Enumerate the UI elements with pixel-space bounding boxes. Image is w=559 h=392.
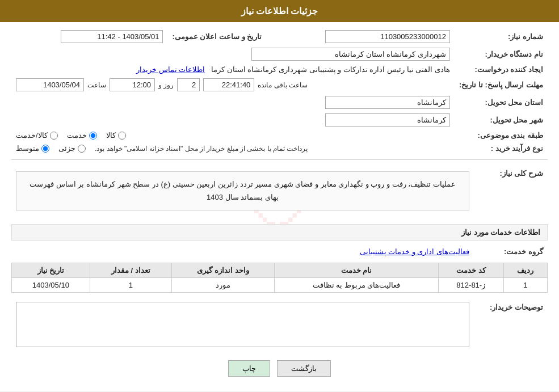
cell-vahed: مورد [171, 277, 275, 292]
cell-kod: ز-81-812 [438, 277, 503, 292]
saat-label: ساعت [87, 81, 106, 89]
shahr-input: کرمانشاه [325, 113, 450, 127]
desc-table: توصیحات خریدار: [11, 300, 548, 351]
tosif-value [11, 300, 474, 351]
sharh-label: شرح کلی نیاز: [474, 165, 548, 217]
mohlat-label: مهلت ارسال پاسخ: تا تاریخ: [455, 76, 548, 94]
radio-kala-input[interactable] [118, 132, 126, 140]
shahr-label: شهر محل تحویل: [455, 111, 548, 129]
tosif-label: توصیحات خریدار: [474, 300, 548, 351]
radio-motawaset-input[interactable] [41, 145, 49, 153]
col-vahed: واحد اندازه گیری [171, 263, 275, 277]
mohlat-row: 1403/05/04 ساعت 12:00 روز و 2 22:41:40 س… [11, 76, 455, 94]
khadamat-section-title: اطلاعات خدمات مورد نیاز [11, 224, 548, 241]
table-row: 1ز-81-812فعالیت‌های مربوط به نظافتمورد11… [12, 277, 548, 292]
mohlat-date: 1403/05/04 [16, 78, 84, 91]
sharh-box: عملیات تنظیف، رفت و روب و نگهداری معابر … [16, 171, 469, 210]
tosif-textarea[interactable] [16, 302, 469, 347]
bazgasht-button[interactable]: بازگشت [277, 360, 331, 377]
gorohe-value: فعالیت‌های اداری و خدمات پشتیبانی [11, 245, 474, 258]
radio-kala: کالا [106, 131, 126, 140]
col-tarikh: تاریخ نیاز [12, 263, 90, 277]
ostan-value: کرمانشاه [11, 94, 455, 111]
radio-motawaset: متوسط [16, 144, 49, 153]
cell-tedad: 1 [90, 277, 171, 292]
col-radif: ردیف [503, 263, 547, 277]
col-nam: نام خدمت [275, 263, 438, 277]
page-header: جزئیات اطلاعات نیاز [0, 0, 559, 22]
tarikh-saat-input: 1403/05/01 - 11:42 [61, 30, 163, 43]
roz-label: روز و [158, 81, 174, 89]
radio-jozei-label: جزئی [58, 144, 75, 153]
ostan-label: استان محل تحویل: [455, 94, 548, 111]
tarikh-saat-label: تاریخ و ساعت اعلان عمومی: [167, 28, 266, 45]
sharh-value: عملیات تنظیف، رفت و روب و نگهداری معابر … [11, 165, 474, 217]
radio-jozei: جزئی [58, 144, 86, 153]
tarikh-saat-value: 1403/05/01 - 11:42 [11, 28, 167, 45]
nam-dastgah-value: شهرداری کرمانشاه استان کرمانشاه [11, 45, 455, 63]
radio-khedmat: خدمت [67, 131, 97, 140]
mohlat-saat: 12:00 [110, 78, 155, 91]
farayand-note: پرداخت تمام یا بخشی از مبلغ خریدار از مح… [95, 145, 308, 153]
info-table: شماره نیاز: 1103005233000012 تاریخ و ساع… [11, 28, 548, 155]
ijad-konande-text: هادی الفتی نیا رئیس اداره تدارکات و پشتی… [211, 65, 450, 74]
chap-button[interactable]: چاپ [228, 360, 270, 377]
cell-radif: 1 [503, 277, 547, 292]
radio-motawaset-label: متوسط [16, 144, 39, 153]
nam-dastgah-label: نام دستگاه خریدار: [455, 45, 548, 63]
radio-kala-khedmat-label: کالا/خدمت [16, 131, 48, 140]
col-kod: کد خدمت [438, 263, 503, 277]
ijad-konande-label: ایجاد کننده درخواست: [455, 63, 548, 76]
tabaghe-label: طبقه بندی موضوعی: [455, 129, 548, 142]
sharh-table: شرح کلی نیاز: عملیات تنظیف، رفت و روب و … [11, 165, 548, 217]
radio-khedmat-input[interactable] [89, 132, 97, 140]
mohlat-remaining: 22:41:40 [203, 78, 254, 91]
radio-jozei-input[interactable] [78, 145, 86, 153]
cell-tarikh: 1403/05/10 [12, 277, 90, 292]
noe-farayand-label: نوع فرآیند خرید : [455, 142, 548, 155]
shomare-niaz-value: 1103005233000012 [266, 28, 455, 45]
col-tedad: تعداد / مقدار [90, 263, 171, 277]
buttons-row: بازگشت چاپ [11, 360, 548, 377]
gorohe-label: گروه خدمت: [474, 245, 548, 258]
radio-kala-khedmat: کالا/خدمت [16, 131, 58, 140]
description-section: توصیحات خریدار: [11, 300, 548, 351]
gorohe-khedmat-link[interactable]: فعالیت‌های اداری و خدمات پشتیبانی [360, 247, 469, 256]
shomare-niaz-label: شماره نیاز: [455, 28, 548, 45]
radio-kala-khedmat-input[interactable] [50, 132, 58, 140]
nam-dastgah-input: شهرداری کرمانشاه استان کرمانشاه [251, 48, 450, 61]
gorohe-table: گروه خدمت: فعالیت‌های اداری و خدمات پشتی… [11, 245, 548, 258]
cell-nam: فعالیت‌های مربوط به نظافت [275, 277, 438, 292]
remaining-label: ساعت باقی مانده [258, 81, 308, 89]
radio-khedmat-label: خدمت [67, 131, 87, 140]
ijad-konande-value: هادی الفتی نیا رئیس اداره تدارکات و پشتی… [11, 63, 455, 76]
noe-farayand-value: متوسط جزئی پرداخت تمام یا بخشی از مبلغ خ… [11, 142, 455, 155]
tabaghe-value: کالا/خدمت خدمت کالا [11, 129, 455, 142]
services-table: ردیف کد خدمت نام خدمت واحد اندازه گیری ت… [11, 263, 548, 293]
mohlat-roz: 2 [177, 78, 200, 91]
separator-1 [11, 159, 548, 160]
page-title: جزئیات اطلاعات نیاز [241, 6, 318, 16]
ostan-input: کرمانشاه [325, 96, 450, 109]
shomare-niaz-input: 1103005233000012 [325, 30, 450, 43]
shahr-value: کرمانشاه [11, 111, 455, 129]
contact-info-link[interactable]: اطلاعات تماس خریدار [136, 65, 205, 74]
radio-kala-label: کالا [106, 131, 116, 140]
